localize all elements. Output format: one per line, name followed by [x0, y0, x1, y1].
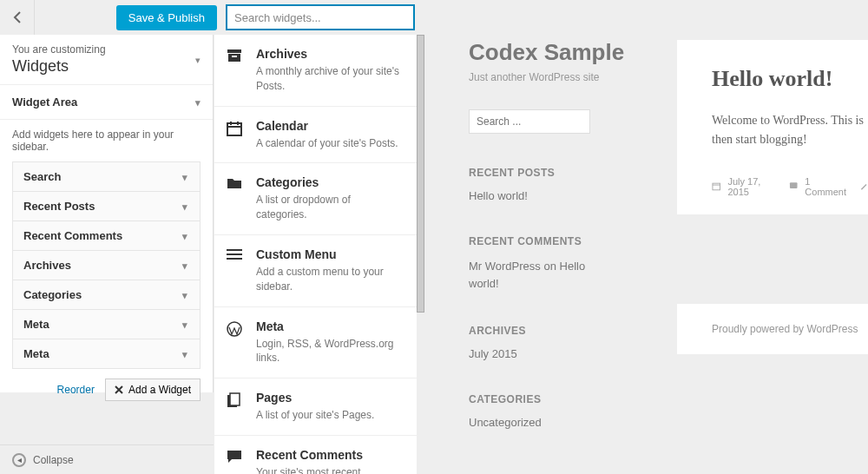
collapse-icon: ◂ [12, 453, 26, 467]
widget-actions: Reorder Add a Widget [0, 368, 213, 411]
available-widgets-panel[interactable]: ArchivesA monthly archive of your site's… [214, 35, 417, 474]
panel-header[interactable]: You are customizing Widgets ▾ [0, 35, 213, 85]
available-widget-item[interactable]: CalendarA calendar of your site's Posts. [214, 107, 417, 164]
section-header[interactable]: Widget Area ▾ [0, 85, 213, 120]
section-description: Add widgets here to appear in your sideb… [0, 120, 213, 161]
section-title: Widget Area [12, 95, 77, 109]
post-title[interactable]: Hello world! [712, 66, 868, 92]
available-widget-text: ArchivesA monthly archive of your site's… [256, 47, 403, 94]
recent-comment-item: Mr WordPress on Hello world! [469, 258, 590, 292]
widget-search-input[interactable] [226, 4, 415, 30]
available-widget-item[interactable]: Recent CommentsYour site's most recent c… [214, 436, 417, 474]
comment-author[interactable]: Mr WordPress [469, 260, 541, 273]
available-widget-desc: A monthly archive of your site's Posts. [256, 64, 403, 94]
calendar-icon [227, 119, 244, 151]
svg-rect-6 [230, 393, 240, 405]
edit-icon [859, 181, 868, 191]
chevron-down-icon: ▾ [182, 348, 187, 359]
widget-row-label: Search [23, 170, 61, 183]
pages-icon [227, 391, 244, 423]
available-widget-item[interactable]: Custom MenuAdd a custom menu to your sid… [214, 235, 417, 307]
save-publish-button[interactable]: Save & Publish [116, 5, 217, 30]
active-widget-list: Search▾Recent Posts▾Recent Comments▾Arch… [0, 161, 213, 369]
chevron-left-icon [13, 11, 22, 23]
widget-search-wrapper [226, 4, 415, 30]
available-widget-item[interactable]: CategoriesA list or dropdown of categori… [214, 163, 417, 235]
reorder-button[interactable]: Reorder [57, 384, 95, 396]
widget-row[interactable]: Categories▾ [12, 280, 201, 310]
categories-heading: CATEGORIES [469, 393, 868, 405]
chevron-down-icon: ▾ [182, 230, 187, 241]
widget-row[interactable]: Search▾ [12, 161, 201, 192]
widget-row-label: Archives [23, 259, 71, 272]
available-widget-title: Calendar [256, 119, 398, 133]
post-date: July 17, 2015 [727, 176, 781, 197]
available-widget-item[interactable]: PagesA list of your site's Pages. [214, 379, 417, 436]
available-widget-desc: Add a custom menu to your sidebar. [256, 265, 403, 294]
widget-row[interactable]: Meta▾ [12, 339, 201, 369]
panel-title: Widgets [12, 57, 201, 76]
available-widget-text: CategoriesA list or dropdown of categori… [256, 175, 403, 222]
archive-icon [227, 47, 244, 94]
available-widget-text: PagesA list of your site's Pages. [256, 391, 374, 423]
widget-row[interactable]: Meta▾ [12, 309, 201, 339]
available-widget-title: Meta [256, 319, 403, 333]
chevron-down-icon: ▾ [195, 54, 201, 65]
chevron-down-icon: ▾ [182, 319, 187, 330]
post-card: Hello world! Welcome to WordPress. This … [677, 40, 868, 214]
chevron-down-icon: ▾ [195, 96, 201, 108]
add-widget-label: Add a Widget [128, 384, 191, 396]
chevron-down-icon: ▾ [182, 171, 187, 182]
available-widget-item[interactable]: MetaLogin, RSS, & WordPress.org links. [214, 307, 417, 379]
widget-row[interactable]: Recent Comments▾ [12, 221, 201, 251]
available-widget-title: Categories [256, 175, 403, 189]
svg-rect-3 [227, 123, 241, 135]
customizer-topbar: Save & Publish [0, 0, 430, 35]
available-widget-desc: Your site's most recent comments. [256, 465, 403, 474]
svg-rect-8 [790, 182, 798, 188]
add-widget-button[interactable]: Add a Widget [105, 379, 201, 401]
footer-text[interactable]: Proudly powered by WordPress [712, 323, 858, 335]
wp-icon [227, 319, 244, 366]
widget-row[interactable]: Archives▾ [12, 250, 201, 280]
available-widget-desc: A list or dropdown of categories. [256, 193, 403, 222]
collapse-label: Collapse [33, 454, 74, 466]
svg-rect-1 [228, 54, 240, 62]
post-meta: July 17, 2015 1 Comment [712, 176, 868, 197]
available-widget-desc: A calendar of your site's Posts. [256, 136, 398, 151]
category-link[interactable]: Uncategorized [469, 416, 868, 429]
preview-search-input[interactable] [469, 109, 590, 134]
svg-rect-2 [232, 56, 237, 57]
menu-icon [227, 247, 244, 294]
available-widget-title: Custom Menu [256, 247, 403, 261]
scrollbar[interactable] [417, 35, 424, 313]
comment-icon [789, 181, 798, 191]
widget-row-label: Meta [23, 318, 49, 331]
widget-row-label: Recent Posts [23, 200, 95, 213]
chevron-down-icon: ▾ [182, 260, 187, 271]
svg-rect-7 [713, 183, 720, 190]
calendar-icon [712, 181, 720, 191]
widget-row-label: Meta [23, 347, 49, 360]
available-widget-text: Recent CommentsYour site's most recent c… [256, 448, 403, 474]
folder-icon [227, 175, 244, 222]
available-widget-text: MetaLogin, RSS, & WordPress.org links. [256, 319, 403, 366]
chevron-down-icon: ▾ [182, 201, 187, 212]
available-widget-desc: Login, RSS, & WordPress.org links. [256, 337, 403, 366]
back-button[interactable] [0, 0, 35, 35]
close-icon [115, 385, 123, 394]
available-widget-item[interactable]: ArchivesA monthly archive of your site's… [214, 35, 417, 107]
post-body: Welcome to WordPress. This is then start… [712, 111, 868, 150]
chevron-down-icon: ▾ [182, 289, 187, 300]
available-widget-text: CalendarA calendar of your site's Posts. [256, 119, 398, 151]
preview-footer: Proudly powered by WordPress [677, 304, 868, 354]
post-comments-link[interactable]: 1 Comment [805, 176, 852, 197]
comment-icon [227, 448, 244, 474]
widget-row[interactable]: Recent Posts▾ [12, 191, 201, 221]
available-widget-title: Pages [256, 391, 374, 405]
collapse-sidebar-button[interactable]: ◂ Collapse [0, 444, 214, 474]
widget-row-label: Recent Comments [23, 229, 122, 242]
available-widget-desc: A list of your site's Pages. [256, 408, 374, 423]
available-widget-title: Recent Comments [256, 448, 403, 462]
available-widget-text: Custom MenuAdd a custom menu to your sid… [256, 247, 403, 294]
